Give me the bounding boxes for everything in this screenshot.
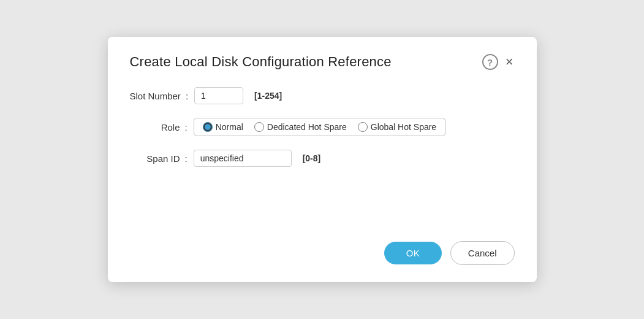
slot-range-hint: [1-254] bbox=[254, 91, 282, 101]
role-radio-group: Normal Dedicated Hot Spare Global Hot Sp… bbox=[194, 118, 446, 136]
role-label: Role bbox=[130, 122, 185, 133]
role-option-global[interactable]: Global Hot Spare bbox=[358, 122, 436, 132]
span-id-input[interactable] bbox=[194, 150, 292, 167]
dialog-title: Create Local Disk Configuration Referenc… bbox=[130, 54, 392, 70]
slot-number-input[interactable] bbox=[194, 87, 243, 104]
form-body: Slot Number : [1-254] Role : Normal Dedi… bbox=[130, 87, 515, 212]
role-radio-normal[interactable] bbox=[203, 122, 213, 132]
role-option-dedicated[interactable]: Dedicated Hot Spare bbox=[254, 122, 347, 132]
help-button[interactable]: ? bbox=[482, 54, 498, 70]
role-global-label: Global Hot Spare bbox=[371, 122, 436, 132]
span-id-label: Span ID bbox=[130, 153, 185, 164]
ok-button[interactable]: OK bbox=[384, 242, 442, 264]
dialog: Create Local Disk Configuration Referenc… bbox=[108, 37, 537, 282]
slot-number-row: Slot Number : [1-254] bbox=[130, 87, 515, 104]
role-option-normal[interactable]: Normal bbox=[203, 122, 243, 132]
dialog-header-actions: ? × bbox=[482, 54, 515, 70]
role-dedicated-label: Dedicated Hot Spare bbox=[267, 122, 347, 132]
span-colon: : bbox=[185, 153, 188, 164]
role-row: Role : Normal Dedicated Hot Spare Global… bbox=[130, 118, 515, 136]
span-range-hint: [0-8] bbox=[303, 153, 321, 163]
slot-number-label: Slot Number bbox=[130, 91, 186, 101]
span-id-row: Span ID : [0-8] bbox=[130, 150, 515, 167]
role-colon: : bbox=[185, 122, 188, 133]
role-radio-global[interactable] bbox=[358, 122, 368, 132]
close-button[interactable]: × bbox=[504, 55, 515, 69]
role-normal-label: Normal bbox=[216, 122, 243, 132]
role-radio-dedicated[interactable] bbox=[254, 122, 264, 132]
dialog-header: Create Local Disk Configuration Referenc… bbox=[130, 54, 515, 70]
cancel-button[interactable]: Cancel bbox=[450, 241, 515, 265]
dialog-footer: OK Cancel bbox=[130, 241, 515, 265]
slot-colon: : bbox=[186, 91, 188, 101]
